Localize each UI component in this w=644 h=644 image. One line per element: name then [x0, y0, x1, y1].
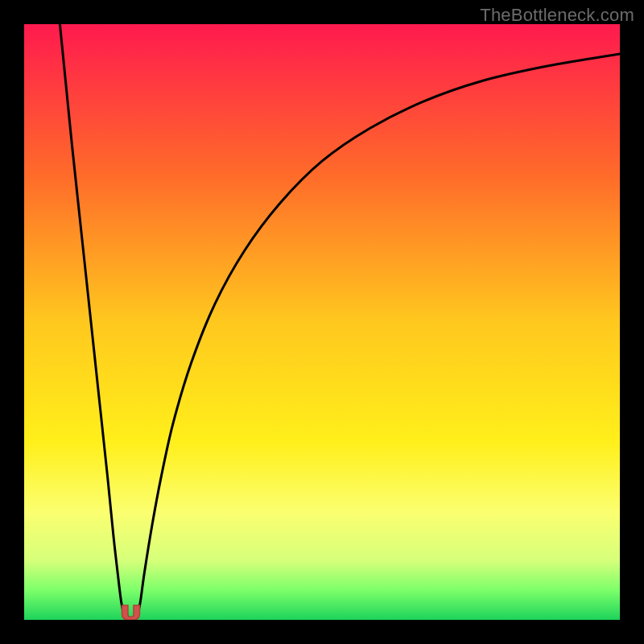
chart-frame: TheBottleneck.com [0, 0, 644, 644]
watermark-text: TheBottleneck.com [480, 5, 634, 26]
plot-area [24, 24, 620, 620]
bottleneck-chart [24, 24, 620, 620]
